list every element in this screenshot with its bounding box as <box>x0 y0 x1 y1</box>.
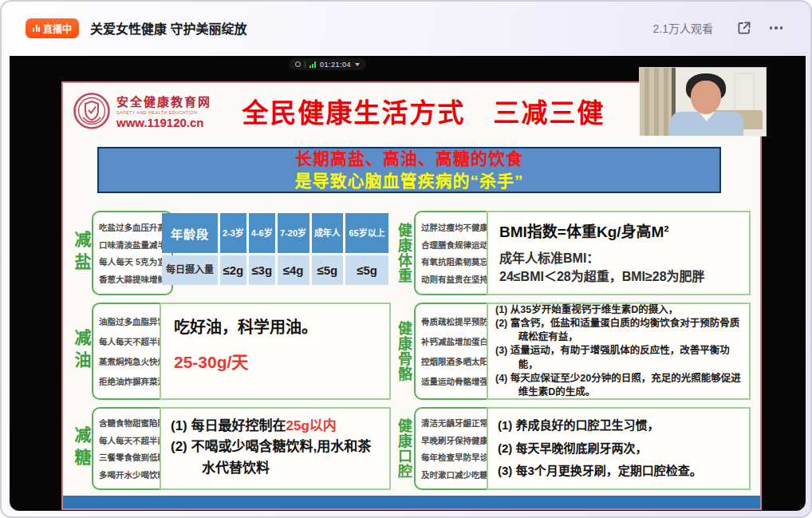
bone-line: 补钙减盐增加蛋白 <box>421 335 488 347</box>
sugar-tip-2: (2) 不喝或少喝含糖饮料,用水和茶水代替饮料 <box>171 437 380 479</box>
banner-line2: 是导致心脑血管疾病的“杀手” <box>295 170 524 192</box>
mouth-line: 及时漱口减少吃糖 <box>421 469 488 480</box>
healthy-weight-box: 过胖过瘦均不健康 合理膳食规律运动 有氧抗阻柔韧莫忘 动则有益贵在坚持 <box>414 211 495 295</box>
sugar-line: 多喝开水少喝饮料 <box>99 469 166 480</box>
bone-tip: (1) 从35岁开始重视钙于维生素D的摄入， <box>495 303 742 317</box>
org-logo-block: 安全健康教育网 SAFETY AND HEALTH EDUCATION www.… <box>73 92 224 130</box>
share-icon <box>736 20 752 36</box>
weight-line: 有氧抗阻柔韧莫忘 <box>421 255 488 267</box>
sugar-tip-1-highlight: 25g以内 <box>286 418 337 433</box>
oil-tip-text: 吃好油，科学用油。 <box>174 314 376 338</box>
bmi-panel: BMI指数=体重Kg/身高M² 成年人标准BMI： 24≤BMI＜28为超重，B… <box>487 211 751 295</box>
live-equalizer-icon <box>33 24 40 32</box>
slide-footer-bar <box>63 496 760 508</box>
table-cell: ≤5g <box>345 255 388 285</box>
presenter-face <box>691 81 721 114</box>
bone-line: 适量运动骨骼增强 <box>421 375 488 387</box>
org-tagline: SAFETY AND HEALTH EDUCATION <box>116 110 211 115</box>
stream-header: 直播中 关爱女性健康 守护美丽绽放 2.1万人观看 <box>2 2 810 54</box>
live-status-badge: 直播中 <box>26 18 79 38</box>
oil-line: 每人每天不超半两 <box>99 335 166 347</box>
reduce-oil-label: 减油 <box>73 302 90 400</box>
org-name: 安全健康教育网 <box>116 93 211 109</box>
table-header-cell: 65岁以上 <box>345 213 388 253</box>
live-stream-window: 直播中 关爱女性健康 守护美丽绽放 2.1万人观看 01:21:04 <box>0 0 812 518</box>
oil-tip-panel: 吃好油，科学用油。 25-30g/天 <box>160 302 391 400</box>
weight-line: 合理膳食规律运动 <box>421 239 488 251</box>
weight-line: 动则有益贵在坚持 <box>421 273 488 285</box>
sugar-line: 含糖食物甜蜜陷阱 <box>99 417 166 429</box>
salt-line: 吃盐过多血压升高 <box>99 221 166 233</box>
org-logo-icon <box>73 92 111 130</box>
salt-line: 香葱大蒜提味增鲜 <box>99 273 166 285</box>
salt-intake-table: 年龄段 2-3岁 4-6岁 7-20岁 成年人 65岁以上 每日摄入量 ≤2g … <box>160 211 391 287</box>
presentation-slide: 安全健康教育网 SAFETY AND HEALTH EDUCATION www.… <box>61 81 762 510</box>
healthy-mouth-label: 健康口腔 <box>395 407 412 490</box>
sugar-line: 三餐零食做到低糖 <box>99 451 166 463</box>
section-healthy-mouth: 健康口腔 清洁无龋牙龈正常 早晚刷牙保持健康 每年检查早防早诊 及时漱口减少吃糖 <box>395 407 483 490</box>
salt-line: 每人每天 5克为宜 <box>99 255 166 267</box>
section-healthy-bone: 健康骨骼 骨质疏松提早预防 补钙减盐增加蛋白 控烟限酒多晒太阳 适量运动骨骼增强 <box>395 302 483 400</box>
table-row-label: 每日摄入量 <box>162 255 218 285</box>
healthy-bone-label: 健康骨骼 <box>395 302 412 400</box>
table-cell: ≤3g <box>249 255 275 285</box>
video-player[interactable]: 01:21:04 安全健康教育网 SAFETY AND HEALTH EDU <box>10 56 806 511</box>
sugar-tip-1-text: (1) 每日最好控制在 <box>171 418 286 433</box>
bone-tip: (3) 适量运动，有助于增强肌体的反应性，改善平衡功能， <box>495 344 742 372</box>
bmi-formula: BMI指数=体重Kg/身高M² <box>499 219 738 241</box>
table-header-cell: 2-3岁 <box>220 213 246 253</box>
bone-tips-panel: (1) 从35岁开始重视钙于维生素D的摄入， (2) 富含钙，低盐和适量蛋白质的… <box>487 302 751 400</box>
network-signal-icon <box>309 61 316 68</box>
more-options-button[interactable] <box>766 18 786 38</box>
oral-tip: (2) 每天早晚彻底刷牙两次， <box>498 437 739 461</box>
table-cell: ≤2g <box>220 255 246 285</box>
sugar-tip-1: (1) 每日最好控制在25g以内 <box>171 416 380 437</box>
table-header-cell: 7-20岁 <box>278 213 309 253</box>
oil-tip-amount: 25-30g/天 <box>174 349 376 373</box>
oral-tip: (3) 每3个月更换牙刷，定期口腔检查。 <box>498 460 739 483</box>
oil-line: 拒绝油炸摒弃菜汤 <box>99 375 166 387</box>
sugar-line: 每人每天不超半两 <box>99 434 166 446</box>
healthy-bone-box: 骨质疏松提早预防 补钙减盐增加蛋白 控烟限酒多晒太阳 适量运动骨骼增强 <box>414 302 495 400</box>
mouth-line: 清洁无龋牙龈正常 <box>421 417 488 429</box>
bmi-range: 24≤BMI＜28为超重，BMI≥28为肥胖 <box>499 267 738 286</box>
table-cell: ≤4g <box>278 255 309 285</box>
slide-content-grid: 减盐 吃盐过多血压升高 口味清淡盐量减半 每人每天 5克为宜 香葱大蒜提味增鲜 … <box>73 211 751 490</box>
salt-intake-table-wrap: 年龄段 2-3岁 4-6岁 7-20岁 成年人 65岁以上 每日摄入量 ≤2g … <box>160 211 391 295</box>
stream-duration: 01:21:04 <box>320 61 351 69</box>
mouth-line: 每年检查早防早诊 <box>421 451 488 463</box>
caret-down-icon <box>355 63 360 66</box>
viewer-count: 2.1万人观看 <box>653 20 713 36</box>
bone-line: 控烟限酒多晒太阳 <box>421 355 488 367</box>
table-header-cell: 年龄段 <box>162 213 218 253</box>
share-button[interactable] <box>734 18 755 38</box>
banner-line1: 长期高盐、高油、高糖的饮食 <box>295 148 523 170</box>
presenter-webcam <box>640 68 766 136</box>
webcam-curtain <box>640 68 672 136</box>
bone-tip: (2) 富含钙，低盐和适量蛋白质的均衡饮食对于预防骨质疏松症有益， <box>495 317 742 345</box>
healthy-weight-label: 健康体重 <box>395 211 412 295</box>
reduce-sugar-label: 减糖 <box>73 407 90 490</box>
sugar-tip-panel: (1) 每日最好控制在25g以内 (2) 不喝或少喝含糖饮料,用水和茶水代替饮料 <box>160 407 391 490</box>
webcam-door-frame <box>734 73 755 114</box>
warning-banner: 长期高盐、高油、高糖的饮食 是导致心脑血管疾病的“杀手” <box>97 147 721 193</box>
table-header-cell: 4-6岁 <box>249 213 275 253</box>
section-reduce-oil: 减油 油脂过多血脂异常 每人每天不超半两 蒸煮焖炖急火快炒 拒绝油炸摒弃菜汤 <box>73 302 156 400</box>
section-healthy-weight: 健康体重 过胖过瘦均不健康 合理膳食规律运动 有氧抗阻柔韧莫忘 动则有益贵在坚持 <box>395 211 483 295</box>
bone-line: 骨质疏松提早预防 <box>421 315 488 327</box>
salt-line: 口味清淡盐量减半 <box>99 239 166 251</box>
live-status-label: 直播中 <box>43 22 72 35</box>
bone-tip: (4) 每天应保证至少20分钟的日照，充足的光照能够促进维生素D的生成。 <box>495 372 742 400</box>
stream-status-pill[interactable]: 01:21:04 <box>289 58 366 70</box>
stream-title: 关爱女性健康 守护美丽绽放 <box>90 18 246 38</box>
ellipsis-icon <box>770 26 783 30</box>
mouth-line: 早晚刷牙保持健康 <box>421 434 488 446</box>
table-header-cell: 成年人 <box>312 213 344 253</box>
oil-line: 油脂过多血脂异常 <box>99 315 166 327</box>
section-reduce-salt: 减盐 吃盐过多血压升高 口味清淡盐量减半 每人每天 5克为宜 香葱大蒜提味增鲜 <box>73 211 156 295</box>
oral-tip: (1) 养成良好的口腔卫生习惯， <box>498 414 739 437</box>
weight-line: 过胖过瘦均不健康 <box>421 221 488 233</box>
table-cell: ≤5g <box>312 255 344 285</box>
reduce-salt-label: 减盐 <box>73 211 90 295</box>
org-url: www.119120.cn <box>116 116 211 129</box>
